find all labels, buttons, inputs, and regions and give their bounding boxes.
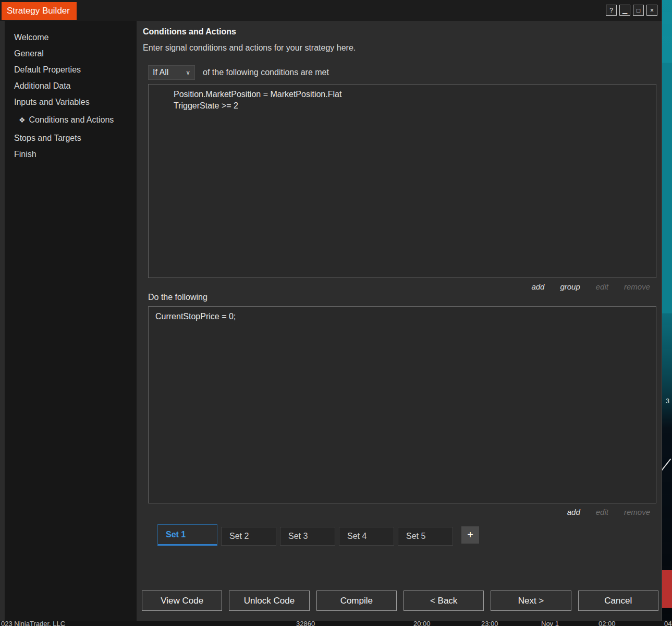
back-button[interactable]: < Back bbox=[404, 591, 484, 611]
condition-item[interactable]: Position.MarketPosition = MarketPosition… bbox=[149, 89, 656, 100]
actions-remove-link: remove bbox=[624, 508, 650, 517]
statusbar-date: Nov 1 bbox=[541, 620, 559, 626]
actions-label: Do the following bbox=[148, 292, 657, 302]
bottom-buttons: View Code Unlock Code Compile < Back Nex… bbox=[142, 591, 658, 611]
conditions-remove-link: remove bbox=[624, 282, 650, 292]
page-subtitle: Enter signal conditions and actions for … bbox=[143, 43, 657, 53]
unlock-code-button[interactable]: Unlock Code bbox=[229, 591, 309, 611]
close-icon[interactable]: × bbox=[646, 5, 657, 16]
tab-set-2[interactable]: Set 2 bbox=[221, 527, 276, 546]
window-controls: ? ▁ □ × bbox=[606, 5, 657, 16]
statusbar-time-4: 04 bbox=[664, 620, 671, 626]
conditions-links: add group edit remove bbox=[143, 282, 650, 292]
background-statusbar: 023 NinjaTrader, LLC 32860 20:00 23:00 N… bbox=[0, 620, 672, 626]
statusbar-copyright: 023 NinjaTrader, LLC bbox=[1, 620, 65, 626]
statusbar-time-1: 20:00 bbox=[413, 620, 431, 626]
main-panel: Conditions and Actions Enter signal cond… bbox=[137, 21, 662, 621]
conditions-header-text: of the following conditions are met bbox=[203, 68, 329, 77]
set-tabs: Set 1 Set 2 Set 3 Set 4 Set 5 + bbox=[157, 524, 657, 546]
sidebar-item-finish[interactable]: Finish bbox=[14, 146, 137, 162]
window-body: Welcome General Default Properties Addit… bbox=[0, 21, 662, 621]
four-diamond-icon: ❖ bbox=[19, 116, 26, 124]
condition-match-value: If All bbox=[153, 68, 168, 77]
compile-button[interactable]: Compile bbox=[316, 591, 397, 611]
add-set-button[interactable]: + bbox=[461, 526, 479, 544]
sidebar-item-general[interactable]: General bbox=[14, 45, 137, 62]
actions-edit-link: edit bbox=[596, 508, 608, 517]
sidebar: Welcome General Default Properties Addit… bbox=[5, 21, 137, 621]
conditions-list[interactable]: Position.MarketPosition = MarketPosition… bbox=[148, 84, 656, 278]
action-item[interactable]: CurrentStopPrice = 0; bbox=[149, 311, 656, 322]
conditions-edit-link: edit bbox=[596, 282, 608, 292]
minimize-icon[interactable]: ▁ bbox=[619, 5, 630, 16]
tab-set-4[interactable]: Set 4 bbox=[339, 527, 394, 546]
condition-item[interactable]: TriggerState >= 2 bbox=[149, 100, 656, 112]
conditions-group-link[interactable]: group bbox=[560, 282, 580, 292]
chevron-down-icon: ∨ bbox=[186, 69, 190, 76]
maximize-icon[interactable]: □ bbox=[633, 5, 644, 16]
statusbar-time-2: 23:00 bbox=[481, 620, 498, 626]
sidebar-item-stops-and-targets[interactable]: Stops and Targets bbox=[14, 130, 137, 146]
window-title: Strategy Builder bbox=[2, 2, 77, 20]
background-price-marker bbox=[661, 570, 672, 608]
actions-add-link[interactable]: add bbox=[567, 508, 580, 517]
condition-match-dropdown[interactable]: If All ∨ bbox=[148, 65, 195, 80]
strategy-builder-window: Strategy Builder ? ▁ □ × Welcome General… bbox=[0, 0, 662, 621]
sidebar-item-label: Conditions and Actions bbox=[29, 115, 114, 124]
tab-set-1[interactable]: Set 1 bbox=[157, 524, 217, 546]
actions-links: add edit remove bbox=[143, 508, 650, 517]
sidebar-item-welcome[interactable]: Welcome bbox=[14, 29, 137, 45]
statusbar-price: 32860 bbox=[296, 620, 315, 626]
sidebar-item-conditions-and-actions[interactable]: ❖Conditions and Actions bbox=[14, 112, 137, 128]
tab-set-3[interactable]: Set 3 bbox=[280, 527, 335, 546]
statusbar-time-3: 02:00 bbox=[598, 620, 616, 626]
help-icon[interactable]: ? bbox=[606, 5, 617, 16]
sidebar-item-additional-data[interactable]: Additional Data bbox=[14, 78, 137, 94]
titlebar[interactable]: Strategy Builder ? ▁ □ × bbox=[0, 0, 662, 21]
conditions-header: If All ∨ of the following conditions are… bbox=[148, 65, 657, 80]
background-axis-fragment: 3 bbox=[666, 398, 669, 405]
conditions-add-link[interactable]: add bbox=[531, 282, 544, 292]
actions-list[interactable]: CurrentStopPrice = 0; bbox=[148, 306, 656, 503]
tab-set-5[interactable]: Set 5 bbox=[398, 527, 453, 546]
sidebar-item-inputs-and-variables[interactable]: Inputs and Variables bbox=[14, 94, 137, 110]
next-button[interactable]: Next > bbox=[491, 591, 571, 611]
sidebar-item-default-properties[interactable]: Default Properties bbox=[14, 62, 137, 78]
page-title: Conditions and Actions bbox=[143, 27, 657, 37]
view-code-button[interactable]: View Code bbox=[142, 591, 222, 611]
cancel-button[interactable]: Cancel bbox=[578, 591, 658, 611]
